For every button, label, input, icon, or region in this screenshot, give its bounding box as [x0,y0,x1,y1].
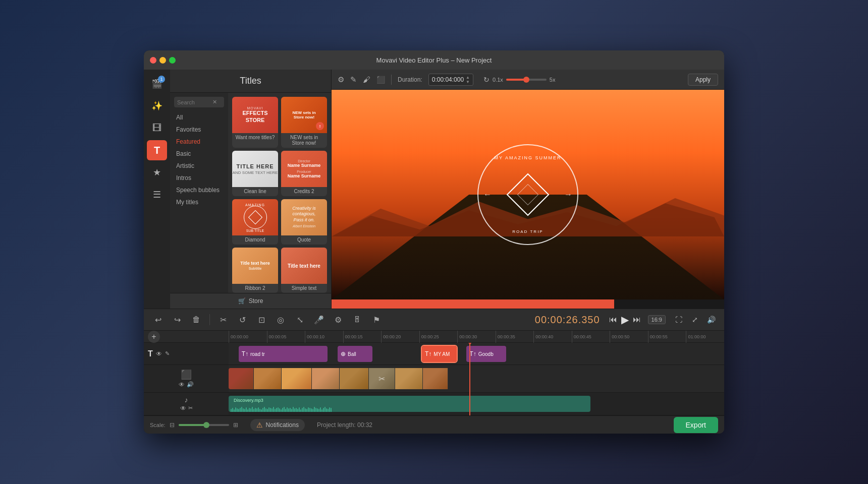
text-clip-roadtr[interactable]: T↑road tr [239,346,328,362]
volume-button[interactable]: 🔊 [704,313,718,327]
title-card-quote[interactable]: Creativity is contagious,Pass it on.Albe… [281,199,327,245]
store-button[interactable]: 🛒 Store [170,293,331,309]
rotate-button[interactable]: ↺ [234,312,250,328]
minimize-button[interactable] [159,57,166,64]
overlay-text-bottom: ROAD TRIP [512,229,543,234]
video-track-controls: ⬛ 👁 🔊 [144,365,229,392]
category-featured[interactable]: Featured [172,136,226,148]
scale-min-icon[interactable]: ⊟ [170,421,175,429]
scrubber-fill [332,299,614,309]
title-card-cleanline[interactable]: TITLE HERE AND SOME TEXT HERE Clean line [232,151,278,196]
audio-track-content: Discovery.mp3 [229,393,724,415]
close-button[interactable] [150,57,156,64]
audio-track-visibility[interactable]: 👁 [180,405,186,412]
audio-track-mute[interactable]: ✂ [188,405,193,412]
duration-input[interactable]: 0:00:04:000 ▲▼ [428,74,473,86]
sidebar-icon-effects[interactable]: ✨ [147,96,167,116]
audio-clip-discovery[interactable]: Discovery.mp3 [229,396,590,412]
transform-button[interactable]: ⤡ [292,312,308,328]
video-track-audio[interactable]: 🔊 [187,381,194,388]
ruler-mark: 00:00:05 [267,331,305,343]
title-card-store-label: Want more titles? [232,133,278,142]
scale-slider[interactable] [179,424,229,426]
search-clear-icon[interactable]: ✕ [212,99,217,105]
text-clip-icon: T↑ [242,350,248,357]
scrubber-bar[interactable] [332,299,724,309]
duration-arrows[interactable]: ▲▼ [466,75,470,84]
text-clip-icon: ⊕ [341,350,346,357]
category-favorites[interactable]: Favorites [172,124,226,136]
template-icon[interactable]: ⬛ [376,76,385,84]
text-edit-icon[interactable]: ✎ [350,75,357,84]
text-clip-ball[interactable]: ⊕Ball [338,346,372,362]
speed-slider[interactable] [506,79,547,81]
text-track-icon: T [148,349,153,358]
video-clip-1[interactable]: ✂ [229,368,724,389]
settings-button[interactable]: ⚙ [330,312,346,328]
category-intros[interactable]: Intros [172,172,226,184]
category-basic[interactable]: Basic [172,148,226,160]
title-card-newsets[interactable]: NEW sets in Store now! ! NEW sets in Sto… [281,97,327,148]
sidebar-icon-media[interactable]: 🎬 1 [147,74,167,94]
text-clip-icon: T↑ [469,350,476,357]
category-artistic[interactable]: Artistic [172,160,226,172]
text-track: T 👁 ✎ T↑road tr ⊕Ball [144,343,724,365]
scale-max-icon[interactable]: ⊞ [233,421,238,429]
titles-grid-wrap: MOVAVI EFFECTSSTORE Want more titles? NE… [228,93,331,293]
search-input[interactable] [177,99,212,105]
flag-button[interactable]: ⚑ [368,312,385,328]
audio-clip-label: Discovery.mp3 [231,397,266,404]
ruler-mark: 00:00:25 [419,331,458,343]
title-card-store[interactable]: MOVAVI EFFECTSSTORE Want more titles? [232,97,278,148]
redo-button[interactable]: ↪ [169,312,185,328]
ruler-mark: 00:00:40 [533,331,572,343]
audio-button[interactable]: 🎤 [311,312,327,328]
ruler-mark: 00:00:15 [343,331,382,343]
text-track-visibility[interactable]: 👁 [156,350,162,357]
text-clip-myam[interactable]: T↑MY AM [422,346,457,362]
export-button[interactable]: Export [674,417,718,433]
crop-button[interactable]: ⊡ [253,312,269,328]
title-card-diamond[interactable]: AMAZING SUB TITLE Diamond [232,199,278,245]
maximize-button[interactable] [169,57,176,64]
fit-button[interactable]: ⤢ [688,313,702,327]
sidebar-icon-titles[interactable]: T [147,140,167,160]
scrubber-thumb [607,300,614,308]
audio-levels-button[interactable]: 🎚 [349,312,365,328]
fullscreen-button[interactable]: ⛶ [672,313,686,327]
notifications-button[interactable]: ⚠ Notifications [250,419,305,431]
video-track-visibility[interactable]: 👁 [179,381,185,388]
props-divider [391,75,392,85]
video-track: ⬛ 👁 🔊 [144,365,724,393]
category-all[interactable]: All [172,111,226,124]
sidebar-icon-filters[interactable]: 🎞 [147,118,167,138]
title-card-simple[interactable]: Title text here Simple text [281,248,327,293]
sidebar-icon-stickers[interactable]: ★ [147,162,167,183]
text-clip-icon: T↑ [425,350,431,357]
play-button[interactable]: ▶ [621,314,629,326]
go-end-button[interactable]: ⏭ [633,315,641,324]
category-my-titles[interactable]: My titles [172,196,226,208]
category-speech-bubbles[interactable]: Speech bubbles [172,184,226,196]
add-track-button[interactable]: + [148,331,160,343]
toolbar: ↩ ↪ 🗑 ✂ ↺ ⊡ ◎ ⤡ 🎤 ⚙ 🎚 ⚑ 00:00:26.350 ⏮ ▶… [144,309,724,331]
text-track-edit[interactable]: ✎ [165,350,170,357]
speed-max-label: 5x [550,77,556,83]
sidebar-icon-transitions[interactable]: ☰ [147,185,167,205]
title-card-credits[interactable]: Director Name Surname Producer Name Surn… [281,151,327,196]
delete-button[interactable]: 🗑 [188,312,204,328]
go-start-button[interactable]: ⏮ [609,315,617,324]
stabilize-button[interactable]: ◎ [273,312,289,328]
audio-track-controls: ♪ 👁 ✂ [144,393,229,415]
apply-button[interactable]: Apply [688,74,718,86]
color-icon[interactable]: 🖌 [363,75,370,84]
speed-thumb [523,77,529,83]
title-card-ribbon[interactable]: Title text hereSubtitle Ribbon 2 [232,248,278,293]
timeline-area: + 00:00:00 00:00:05 00:00:10 00:00:15 00… [144,331,724,415]
cut-button[interactable]: ✂ [215,312,231,328]
title-card-credits-label: Credits 2 [281,187,327,196]
undo-button[interactable]: ↩ [150,312,166,328]
settings-icon[interactable]: ⚙ [338,75,344,84]
text-clip-goodb[interactable]: T↑Goodb [466,346,506,362]
title-card-diamond-label: Diamond [232,235,278,245]
